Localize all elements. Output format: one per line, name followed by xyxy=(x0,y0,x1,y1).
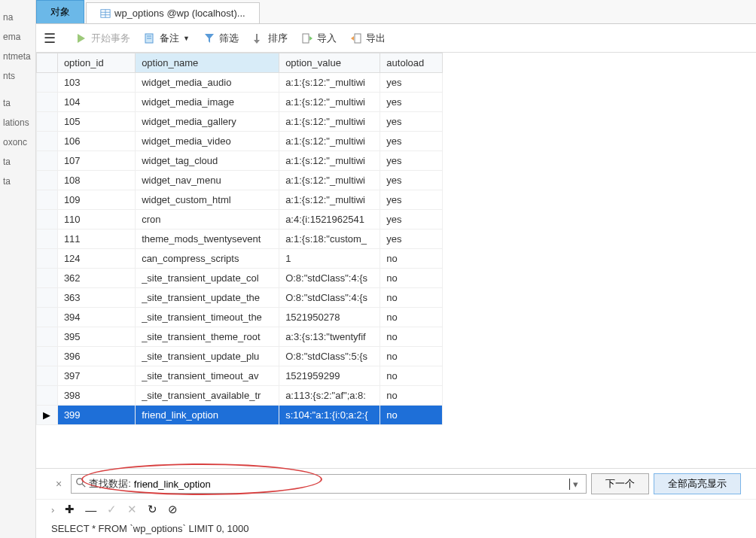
cell-option_name[interactable]: _site_transient_available_tr xyxy=(136,386,279,406)
cell-option_id[interactable]: 363 xyxy=(57,288,135,308)
cell-option_value[interactable]: a:3:{s:13:"twentyfif xyxy=(279,327,380,347)
cell-autoload[interactable]: yes xyxy=(380,73,443,93)
column-header-option-value[interactable]: option_value xyxy=(279,53,380,73)
cell-autoload[interactable]: no xyxy=(380,347,443,366)
table-row[interactable]: ▶399friend_link_options:104:"a:1:{i:0;a:… xyxy=(37,406,443,425)
cell-option_value[interactable]: a:1:{s:12:"_multiwi xyxy=(279,73,380,93)
sidebar-item[interactable]: nts xyxy=(0,66,35,86)
cell-option_id[interactable]: 108 xyxy=(57,171,135,190)
next-button[interactable]: 下一个 xyxy=(591,473,649,494)
table-row[interactable]: 395_site_transient_theme_roota:3:{s:13:"… xyxy=(37,327,443,347)
remove-icon[interactable]: — xyxy=(85,503,96,516)
cell-option_id[interactable]: 107 xyxy=(57,151,135,171)
table-row[interactable]: 396_site_transient_update_pluO:8:"stdCla… xyxy=(37,347,443,366)
sidebar-item[interactable]: ta xyxy=(0,152,35,172)
table-row[interactable]: 105widget_media_gallerya:1:{s:12:"_multi… xyxy=(37,112,443,132)
cell-option_value[interactable]: O:8:"stdClass":5:{s xyxy=(279,347,380,366)
sidebar-item[interactable]: ta xyxy=(0,172,35,191)
cell-autoload[interactable]: no xyxy=(380,406,443,425)
cell-autoload[interactable]: no xyxy=(380,249,443,269)
cell-option_value[interactable]: 1 xyxy=(279,249,380,269)
add-icon[interactable]: ✚ xyxy=(65,503,75,516)
sidebar-item[interactable]: lations xyxy=(0,113,35,132)
cell-option_id[interactable]: 111 xyxy=(57,229,135,249)
tab-wp-options[interactable]: wp_options @wp (localhost)... xyxy=(86,2,260,23)
check-icon[interactable]: ✓ xyxy=(107,503,117,516)
table-row[interactable]: 398_site_transient_available_tra:113:{s:… xyxy=(37,386,443,406)
cell-option_value[interactable]: a:1:{s:12:"_multiwi xyxy=(279,132,380,151)
search-input[interactable] xyxy=(134,479,571,490)
cell-autoload[interactable]: yes xyxy=(380,151,443,171)
cell-option_name[interactable]: widget_tag_cloud xyxy=(136,151,279,171)
cell-option_value[interactable]: a:1:{s:12:"_multiwi xyxy=(279,93,380,112)
sidebar-item[interactable]: oxonc xyxy=(0,132,35,152)
table-row[interactable]: 109widget_custom_htmla:1:{s:12:"_multiwi… xyxy=(37,190,443,210)
column-header-option-name[interactable]: option_name xyxy=(136,53,279,73)
cell-option_value[interactable]: a:1:{s:12:"_multiwi xyxy=(279,112,380,132)
table-row[interactable]: 363_site_transient_update_theO:8:"stdCla… xyxy=(37,288,443,308)
filter-button[interactable]: 筛选 xyxy=(203,32,239,45)
table-row[interactable]: 103widget_media_audioa:1:{s:12:"_multiwi… xyxy=(37,73,443,93)
cell-option_id[interactable]: 105 xyxy=(57,112,135,132)
cell-autoload[interactable]: no xyxy=(380,366,443,386)
cell-option_name[interactable]: cron xyxy=(136,210,279,229)
chevron-down-icon[interactable]: ▾ xyxy=(570,479,581,490)
cell-option_id[interactable]: 106 xyxy=(57,132,135,151)
cell-option_value[interactable]: a:1:{s:12:"_multiwi xyxy=(279,151,380,171)
cell-option_value[interactable]: s:104:"a:1:{i:0;a:2:{ xyxy=(279,406,380,425)
table-row[interactable]: 104widget_media_imagea:1:{s:12:"_multiwi… xyxy=(37,93,443,112)
cell-option_id[interactable]: 110 xyxy=(57,210,135,229)
highlight-all-button[interactable]: 全部高亮显示 xyxy=(654,473,741,494)
cell-option_id[interactable]: 124 xyxy=(57,249,135,269)
refresh-icon[interactable]: ↻ xyxy=(148,503,157,516)
cell-autoload[interactable]: yes xyxy=(380,210,443,229)
table-row[interactable]: 362_site_transient_update_colO:8:"stdCla… xyxy=(37,269,443,288)
table-row[interactable]: 124can_compress_scripts1no xyxy=(37,249,443,269)
sort-button[interactable]: 排序 xyxy=(252,32,288,45)
table-row[interactable]: 107widget_tag_clouda:1:{s:12:"_multiwiye… xyxy=(37,151,443,171)
table-row[interactable]: 110crona:4:{i:1521962541yes xyxy=(37,210,443,229)
cell-option_name[interactable]: widget_media_video xyxy=(136,132,279,151)
table-row[interactable]: 111theme_mods_twentyseventa:1:{s:18:"cus… xyxy=(37,229,443,249)
table-area[interactable]: option_id option_name option_value autol… xyxy=(36,53,756,468)
cell-option_id[interactable]: 109 xyxy=(57,190,135,210)
cell-autoload[interactable]: no xyxy=(380,269,443,288)
cell-option_value[interactable]: 1521950278 xyxy=(279,308,380,327)
cell-option_name[interactable]: widget_media_audio xyxy=(136,73,279,93)
cell-option_name[interactable]: friend_link_option xyxy=(136,406,279,425)
sidebar-item[interactable]: ntmeta xyxy=(0,47,35,66)
cell-option_id[interactable]: 362 xyxy=(57,269,135,288)
cell-option_name[interactable]: theme_mods_twentysevent xyxy=(136,229,279,249)
close-icon[interactable]: × xyxy=(51,478,66,490)
cell-autoload[interactable]: no xyxy=(380,386,443,406)
table-row[interactable]: 394_site_transient_timeout_the1521950278… xyxy=(37,308,443,327)
sidebar-item[interactable]: ema xyxy=(0,27,35,47)
cell-option_id[interactable]: 398 xyxy=(57,386,135,406)
cell-option_name[interactable]: _site_transient_timeout_av xyxy=(136,366,279,386)
menu-icon[interactable]: ☰ xyxy=(44,30,56,47)
begin-transaction-button[interactable]: 开始事务 xyxy=(75,32,130,45)
cell-option_name[interactable]: widget_media_image xyxy=(136,93,279,112)
cell-autoload[interactable]: yes xyxy=(380,93,443,112)
cell-option_value[interactable]: 1521959299 xyxy=(279,366,380,386)
cell-option_name[interactable]: widget_nav_menu xyxy=(136,171,279,190)
cell-option_name[interactable]: _site_transient_update_the xyxy=(136,288,279,308)
cell-option_value[interactable]: a:113:{s:2:"af";a:8: xyxy=(279,386,380,406)
cell-autoload[interactable]: yes xyxy=(380,229,443,249)
cell-option_id[interactable]: 394 xyxy=(57,308,135,327)
cell-autoload[interactable]: no xyxy=(380,308,443,327)
cancel-icon[interactable]: ✕ xyxy=(127,503,137,516)
sidebar-item[interactable]: na xyxy=(0,8,35,27)
cell-option_name[interactable]: _site_transient_theme_root xyxy=(136,327,279,347)
table-row[interactable]: 397_site_transient_timeout_av1521959299n… xyxy=(37,366,443,386)
cell-autoload[interactable]: no xyxy=(380,288,443,308)
cell-autoload[interactable]: yes xyxy=(380,132,443,151)
column-header-autoload[interactable]: autoload xyxy=(380,53,443,73)
tab-objects[interactable]: 对象 xyxy=(36,0,84,23)
sidebar-item[interactable]: ta xyxy=(0,93,35,113)
cell-option_value[interactable]: a:1:{s:18:"custom_ xyxy=(279,229,380,249)
cell-option_name[interactable]: _site_transient_update_plu xyxy=(136,347,279,366)
cell-option_id[interactable]: 396 xyxy=(57,347,135,366)
import-button[interactable]: 导入 xyxy=(301,32,337,45)
cell-option_value[interactable]: a:1:{s:12:"_multiwi xyxy=(279,171,380,190)
